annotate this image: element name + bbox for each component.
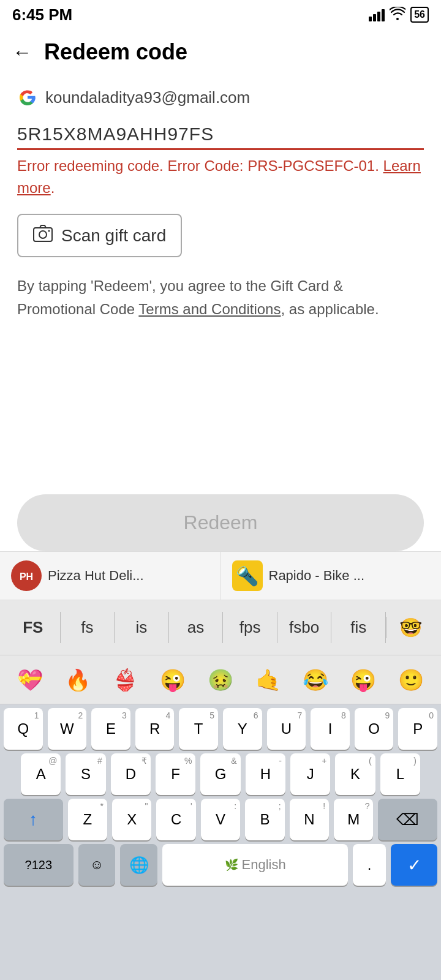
status-bar: 6:45 PM 56 [0, 0, 441, 29]
key-W[interactable]: W2 [48, 708, 87, 750]
emoji-heart[interactable]: 💝 [17, 668, 43, 692]
keyboard-bottom-row: ?123 ☺ 🌐 🌿 English . ✓ [0, 840, 441, 891]
keyboard-row-3: ↑ Z* X" C' V: B; N! M? ⌫ [0, 795, 441, 840]
autocomplete-fps[interactable]: fps [223, 612, 277, 643]
emoji-row: 💝 🔥 👙 😜 🤢 🤙 😂 😜 🙂 [0, 655, 441, 704]
key-Z[interactable]: Z* [68, 799, 107, 840]
pizza-hut-icon: PH [11, 560, 42, 591]
code-input[interactable] [17, 120, 424, 150]
autocomplete-fsbo[interactable]: fsbo [277, 612, 332, 643]
signal-icon [369, 8, 385, 21]
key-Y[interactable]: Y6 [223, 708, 262, 750]
key-B[interactable]: B; [245, 799, 284, 840]
key-K[interactable]: K( [335, 753, 375, 795]
key-O[interactable]: O9 [355, 708, 394, 750]
status-time: 6:45 PM [12, 6, 72, 24]
scan-button-label: Scan gift card [61, 226, 166, 246]
key-V[interactable]: V: [201, 799, 240, 840]
keyboard-row-1: Q1 W2 E3 R4 T5 Y6 U7 I8 O9 P0 [0, 704, 441, 750]
key-R[interactable]: R4 [135, 708, 175, 750]
numbers-key[interactable]: ?123 [4, 844, 74, 886]
app-suggestion-pizza-hut[interactable]: PH Pizza Hut Deli... [0, 552, 221, 600]
key-F[interactable]: F% [156, 753, 195, 795]
key-Q[interactable]: Q1 [4, 708, 43, 750]
svg-rect-1 [34, 228, 52, 241]
app-suggestions-bar: PH Pizza Hut Deli... 🔦 Rapido - Bike ... [0, 551, 441, 600]
camera-icon [33, 225, 53, 246]
status-icons: 56 [369, 7, 429, 23]
autocomplete-fs[interactable]: fs [61, 612, 115, 643]
page-title: Redeem code [44, 39, 187, 65]
enter-key[interactable]: ✓ [391, 844, 437, 886]
shift-key[interactable]: ↑ [4, 799, 63, 840]
autocomplete-FS[interactable]: FS [6, 612, 61, 643]
key-I[interactable]: I8 [311, 708, 350, 750]
back-button[interactable]: ← [12, 41, 32, 64]
terms-text: By tapping 'Redeem', you agree to the Gi… [17, 274, 424, 322]
app-header: ← Redeem code [0, 29, 441, 75]
key-M[interactable]: M? [334, 799, 373, 840]
globe-key[interactable]: 🌐 [120, 844, 157, 886]
key-P[interactable]: P0 [398, 708, 437, 750]
key-X[interactable]: X" [112, 799, 151, 840]
main-content: koundaladitya93@gmail.com Error redeemin… [0, 75, 441, 334]
key-C[interactable]: C' [156, 799, 195, 840]
account-email: koundaladitya93@gmail.com [45, 88, 250, 107]
autocomplete-fis[interactable]: fis [331, 612, 386, 643]
error-message: Error redeeming code. Error Code: PRS-PG… [17, 155, 424, 199]
emoji-laugh[interactable]: 😂 [303, 668, 328, 692]
code-input-container[interactable] [17, 120, 424, 150]
key-T[interactable]: T5 [179, 708, 218, 750]
emoji-smile[interactable]: 🙂 [398, 668, 424, 692]
key-U[interactable]: U7 [267, 708, 306, 750]
key-G[interactable]: G& [200, 753, 240, 795]
app-suggestion-rapido[interactable]: 🔦 Rapido - Bike ... [221, 552, 442, 600]
rapido-name: Rapido - Bike ... [269, 568, 365, 584]
autocomplete-as[interactable]: as [169, 612, 224, 643]
emoji-call[interactable]: 🤙 [255, 668, 281, 692]
space-key[interactable]: 🌿 English [162, 844, 348, 886]
svg-text:PH: PH [20, 571, 33, 582]
period-key[interactable]: . [353, 844, 386, 886]
key-H[interactable]: H- [246, 753, 285, 795]
delete-key[interactable]: ⌫ [378, 799, 437, 840]
battery-icon: 56 [410, 7, 429, 23]
emoji-sick[interactable]: 🤢 [208, 668, 233, 692]
emoji-wink[interactable]: 😜 [350, 668, 376, 692]
keyboard-row-2: A@ S# D₹ F% G& H- J+ K( L) [0, 750, 441, 795]
key-D[interactable]: D₹ [111, 753, 151, 795]
key-S[interactable]: S# [66, 753, 105, 795]
svg-point-2 [39, 231, 47, 238]
svg-point-3 [48, 230, 50, 232]
key-A[interactable]: A@ [21, 753, 61, 795]
rapido-icon: 🔦 [232, 560, 263, 591]
wifi-icon [390, 7, 405, 23]
autocomplete-bar: FS fs is as fps fsbo fis 🤓 [0, 600, 441, 655]
key-J[interactable]: J+ [290, 753, 330, 795]
terms-link[interactable]: Terms and Conditions [138, 301, 281, 317]
key-L[interactable]: L) [380, 753, 420, 795]
google-icon [17, 87, 38, 108]
keyboard: Q1 W2 E3 R4 T5 Y6 U7 I8 O9 P0 A@ S# D₹ F… [0, 704, 441, 980]
scan-gift-card-button[interactable]: Scan gift card [17, 214, 182, 257]
emoji-fire[interactable]: 🔥 [65, 668, 91, 692]
pizza-hut-name: Pizza Hut Deli... [48, 568, 144, 584]
redeem-button[interactable]: Redeem [17, 494, 424, 551]
emoji-bikini[interactable]: 👙 [112, 668, 138, 692]
emoji-key[interactable]: ☺ [78, 844, 116, 886]
key-E[interactable]: E3 [91, 708, 130, 750]
key-N[interactable]: N! [290, 799, 329, 840]
emoji-toggle[interactable]: 🤓 [386, 617, 435, 638]
autocomplete-is[interactable]: is [115, 612, 169, 643]
account-row: koundaladitya93@gmail.com [17, 87, 424, 108]
emoji-tongue[interactable]: 😜 [160, 668, 186, 692]
